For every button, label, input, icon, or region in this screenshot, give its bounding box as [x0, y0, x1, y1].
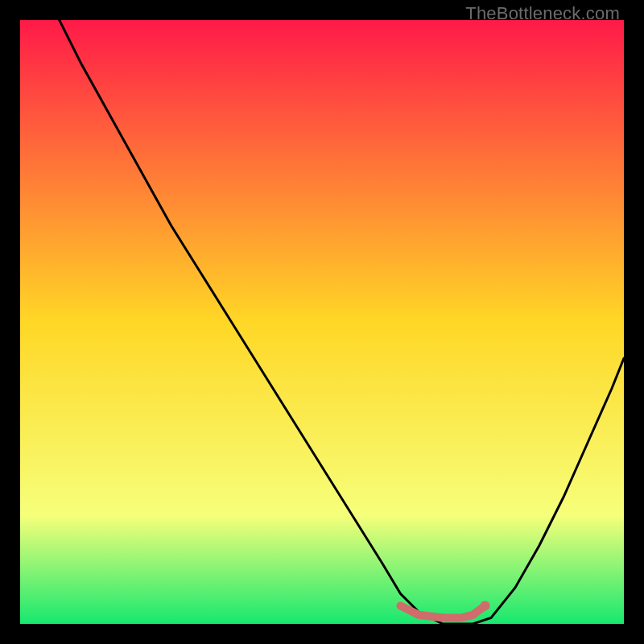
chart-frame: TheBottleneck.com — [0, 0, 644, 644]
plot-area — [20, 20, 624, 624]
bottleneck-curve — [20, 20, 624, 624]
optimal-end-dot — [481, 601, 490, 611]
curve-layer — [20, 20, 624, 624]
